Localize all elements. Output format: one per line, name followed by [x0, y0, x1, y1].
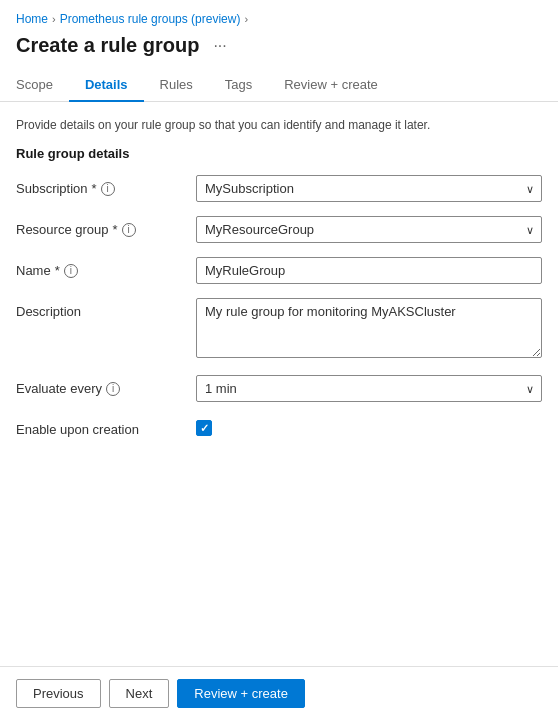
breadcrumb: Home › Prometheus rule groups (preview) …: [0, 0, 558, 30]
enable-creation-checkbox-wrapper: [196, 416, 542, 436]
resource-group-field-group: Resource group * i MyResourceGroup ∨: [16, 216, 542, 243]
description-field-group: Description: [16, 298, 542, 361]
tab-details[interactable]: Details: [69, 69, 144, 102]
enable-creation-label-text: Enable upon creation: [16, 422, 139, 437]
ellipsis-button[interactable]: ···: [207, 35, 232, 57]
content-area: Provide details on your rule group so th…: [0, 102, 558, 666]
breadcrumb-home[interactable]: Home: [16, 12, 48, 26]
subscription-field-group: Subscription * i MySubscription ∨: [16, 175, 542, 202]
evaluate-every-label-text: Evaluate every: [16, 381, 102, 396]
enable-creation-control: [196, 416, 542, 436]
tab-rules[interactable]: Rules: [144, 69, 209, 102]
subscription-label: Subscription * i: [16, 175, 196, 196]
evaluate-every-control: 1 min5 min10 min15 min30 min ∨: [196, 375, 542, 402]
breadcrumb-separator-1: ›: [52, 13, 56, 25]
info-text: Provide details on your rule group so th…: [16, 118, 542, 132]
evaluate-every-select[interactable]: 1 min5 min10 min15 min30 min: [196, 375, 542, 402]
enable-creation-label: Enable upon creation: [16, 416, 196, 437]
subscription-select[interactable]: MySubscription: [196, 175, 542, 202]
name-control: [196, 257, 542, 284]
description-label: Description: [16, 298, 196, 319]
description-textarea[interactable]: [196, 298, 542, 358]
evaluate-every-label: Evaluate every i: [16, 375, 196, 396]
evaluate-every-info-icon[interactable]: i: [106, 382, 120, 396]
subscription-select-wrapper: MySubscription ∨: [196, 175, 542, 202]
resource-group-control: MyResourceGroup ∨: [196, 216, 542, 243]
resource-group-required: *: [113, 222, 118, 237]
description-textarea-container: [196, 298, 542, 361]
review-create-button[interactable]: Review + create: [177, 679, 305, 708]
evaluate-every-select-wrapper: 1 min5 min10 min15 min30 min ∨: [196, 375, 542, 402]
description-label-text: Description: [16, 304, 81, 319]
subscription-control: MySubscription ∨: [196, 175, 542, 202]
resource-group-select[interactable]: MyResourceGroup: [196, 216, 542, 243]
name-info-icon[interactable]: i: [64, 264, 78, 278]
tab-tags[interactable]: Tags: [209, 69, 268, 102]
tab-review-create[interactable]: Review + create: [268, 69, 394, 102]
resource-group-label-text: Resource group: [16, 222, 109, 237]
resource-group-info-icon[interactable]: i: [122, 223, 136, 237]
next-button[interactable]: Next: [109, 679, 170, 708]
breadcrumb-prometheus[interactable]: Prometheus rule groups (preview): [60, 12, 241, 26]
section-title: Rule group details: [16, 146, 542, 161]
name-field-group: Name * i: [16, 257, 542, 284]
name-label: Name * i: [16, 257, 196, 278]
tab-scope[interactable]: Scope: [16, 69, 69, 102]
resource-group-label: Resource group * i: [16, 216, 196, 237]
tabs-container: Scope Details Rules Tags Review + create: [0, 69, 558, 102]
resource-group-select-wrapper: MyResourceGroup ∨: [196, 216, 542, 243]
name-input[interactable]: [196, 257, 542, 284]
previous-button[interactable]: Previous: [16, 679, 101, 708]
enable-creation-checkbox[interactable]: [196, 420, 212, 436]
name-label-text: Name: [16, 263, 51, 278]
page-title-row: Create a rule group ···: [0, 30, 558, 69]
subscription-label-text: Subscription: [16, 181, 88, 196]
breadcrumb-separator-2: ›: [244, 13, 248, 25]
subscription-info-icon[interactable]: i: [101, 182, 115, 196]
footer: Previous Next Review + create: [0, 666, 558, 720]
description-control: [196, 298, 542, 361]
evaluate-every-field-group: Evaluate every i 1 min5 min10 min15 min3…: [16, 375, 542, 402]
page-title: Create a rule group: [16, 34, 199, 57]
name-required: *: [55, 263, 60, 278]
subscription-required: *: [92, 181, 97, 196]
enable-creation-field-group: Enable upon creation: [16, 416, 542, 437]
